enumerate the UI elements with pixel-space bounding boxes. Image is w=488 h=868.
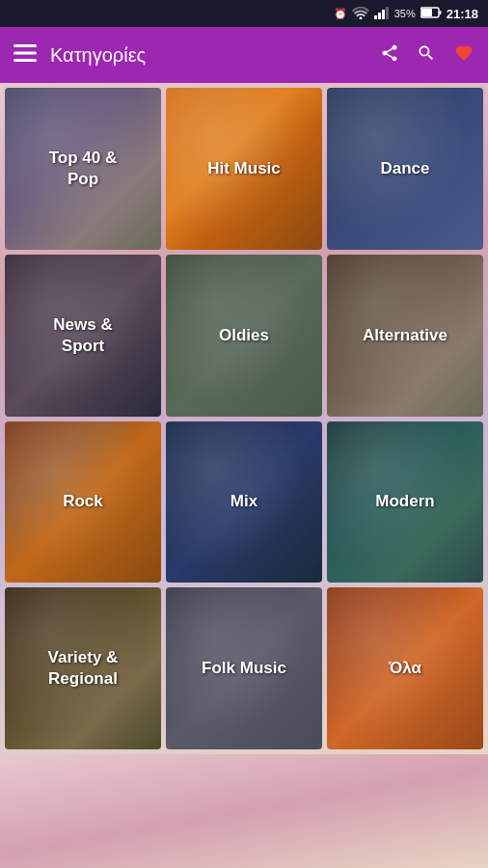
category-news-sport-label: News &Sport xyxy=(48,310,117,362)
svg-rect-9 xyxy=(14,59,37,62)
category-folk-music[interactable]: Folk Music xyxy=(166,587,322,749)
category-folk-music-label: Folk Music xyxy=(197,653,291,684)
category-variety-regional[interactable]: Variety &Regional xyxy=(5,587,161,749)
page-title: Κατηγορίες xyxy=(50,44,146,67)
category-dance-label: Dance xyxy=(375,153,434,184)
category-rock[interactable]: Rock xyxy=(5,421,161,583)
svg-rect-1 xyxy=(378,13,381,19)
favorites-heart-icon[interactable] xyxy=(453,43,474,68)
category-dance[interactable]: Dance xyxy=(327,88,483,250)
share-icon[interactable] xyxy=(380,43,399,68)
svg-rect-8 xyxy=(14,52,37,55)
svg-rect-6 xyxy=(421,9,432,16)
category-all[interactable]: Όλα xyxy=(327,587,483,749)
battery-icon xyxy=(420,7,442,20)
grid-row-4: Variety &Regional Folk Music Όλα xyxy=(5,587,483,749)
svg-rect-7 xyxy=(14,44,37,47)
hamburger-menu-icon[interactable] xyxy=(14,42,37,68)
category-oldies-label: Oldies xyxy=(214,320,274,351)
svg-rect-0 xyxy=(374,15,377,19)
category-news-sport[interactable]: News &Sport xyxy=(5,255,161,417)
search-icon[interactable] xyxy=(417,43,436,68)
category-mix[interactable]: Mix xyxy=(166,421,322,583)
top-bar-right xyxy=(380,43,474,68)
svg-rect-2 xyxy=(382,10,385,19)
category-hit-music-label: Hit Music xyxy=(203,153,285,184)
signal-icon xyxy=(374,6,390,21)
category-variety-regional-label: Variety &Regional xyxy=(43,642,123,694)
grid-row-2: News &Sport Oldies Alternative xyxy=(5,255,483,417)
empty-background-area xyxy=(0,754,488,868)
category-mix-label: Mix xyxy=(226,486,262,517)
svg-rect-3 xyxy=(386,7,389,19)
top-bar-left: Κατηγορίες xyxy=(14,42,146,68)
category-all-label: Όλα xyxy=(384,653,426,684)
category-hit-music[interactable]: Hit Music xyxy=(166,88,322,250)
category-rock-label: Rock xyxy=(58,486,108,517)
category-modern[interactable]: Modern xyxy=(327,421,483,583)
category-oldies[interactable]: Oldies xyxy=(166,255,322,417)
category-top40[interactable]: Top 40 &Pop xyxy=(5,88,161,250)
top-nav-bar: Κατηγορίες xyxy=(0,27,488,83)
categories-grid: Top 40 &Pop Hit Music Dance News &Sport … xyxy=(0,83,488,754)
grid-row-1: Top 40 &Pop Hit Music Dance xyxy=(5,88,483,250)
category-modern-label: Modern xyxy=(370,486,439,517)
svg-rect-5 xyxy=(439,11,441,14)
category-alternative[interactable]: Alternative xyxy=(327,255,483,417)
battery-percent: 35% xyxy=(394,8,416,19)
category-alternative-label: Alternative xyxy=(358,320,452,351)
time-display: 21:18 xyxy=(447,7,478,21)
status-bar: ⏰ 35% xyxy=(0,0,488,27)
category-top40-label: Top 40 &Pop xyxy=(44,143,122,195)
status-icons: ⏰ 35% xyxy=(334,6,478,21)
grid-row-3: Rock Mix Modern xyxy=(5,421,483,583)
alarm-icon: ⏰ xyxy=(334,8,347,20)
wifi-icon xyxy=(352,6,369,21)
